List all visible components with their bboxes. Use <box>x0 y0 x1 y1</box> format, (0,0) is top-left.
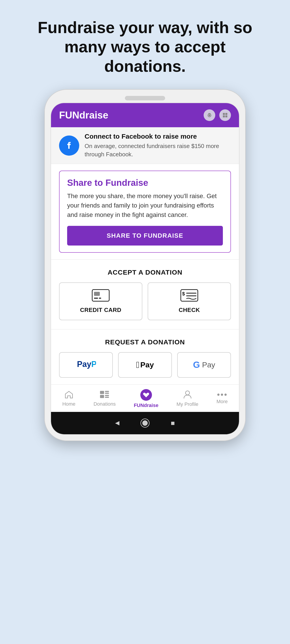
page-title: Fundraise your way, with so many ways to… <box>36 18 254 76</box>
svg-rect-18 <box>100 395 104 398</box>
donations-icon <box>100 390 109 399</box>
svg-rect-5 <box>223 116 225 118</box>
check-option[interactable]: $ CHECK <box>148 282 231 320</box>
paypal-option[interactable]: PayPal <box>59 352 113 378</box>
svg-text:PayPal: PayPal <box>77 360 96 369</box>
phone-screen: FUNdraise <box>51 103 239 435</box>
fb-title: Connect to Facebook to raise more <box>85 132 231 140</box>
phone-notch <box>125 96 165 100</box>
home-button[interactable] <box>140 418 150 428</box>
nav-fundraise[interactable]: $ FUNdraise <box>134 389 158 408</box>
grid-icon[interactable] <box>219 109 231 121</box>
fb-description: On average, connected fundraisers raise … <box>85 142 231 158</box>
camera-icon[interactable] <box>204 109 215 121</box>
svg-rect-1 <box>208 113 211 114</box>
google-pay-text: Pay <box>200 360 215 369</box>
svg-rect-22 <box>105 397 109 398</box>
accept-payment-grid: CREDIT CARD $ CHECK <box>59 282 231 320</box>
credit-card-icon <box>92 289 110 302</box>
check-label: CHECK <box>179 306 200 314</box>
bottom-navigation: Home Donations <box>51 384 239 412</box>
svg-point-25 <box>217 394 219 396</box>
nav-donations-label: Donations <box>94 401 116 407</box>
back-button[interactable] <box>112 418 122 428</box>
credit-card-option[interactable]: CREDIT CARD <box>59 282 142 320</box>
svg-point-2 <box>208 114 210 116</box>
svg-text:$: $ <box>182 291 185 296</box>
facebook-text: Connect to Facebook to raise more On ave… <box>85 132 231 158</box>
svg-point-24 <box>185 391 189 395</box>
accept-donation-section: ACCEPT A DONATION CREDIT CARD <box>51 262 239 327</box>
svg-rect-19 <box>105 391 109 392</box>
header-icons <box>204 109 231 121</box>
google-pay-option[interactable]: G Pay <box>177 352 231 378</box>
svg-rect-10 <box>99 298 101 299</box>
g-letter-icon: G <box>193 360 200 370</box>
facebook-banner[interactable]: Connect to Facebook to raise more On ave… <box>51 127 239 164</box>
apple-pay-text: Pay <box>140 360 154 369</box>
back-icon <box>114 419 121 427</box>
phone-device: FUNdraise <box>44 89 246 441</box>
request-donation-section: REQUEST A DONATION PayPal  <box>51 332 239 384</box>
credit-card-label: CREDIT CARD <box>80 306 122 314</box>
app-title: FUNdraise <box>59 110 108 121</box>
nav-more-label: More <box>216 399 227 404</box>
share-card: Share to Fundraise The more you share, t… <box>59 170 231 253</box>
home-icon <box>65 390 73 399</box>
svg-rect-4 <box>225 113 227 115</box>
svg-rect-8 <box>94 292 100 296</box>
svg-text:$: $ <box>145 393 147 396</box>
nav-donations[interactable]: Donations <box>94 390 116 407</box>
nav-more[interactable]: More <box>216 393 227 404</box>
paypal-logo: PayPal <box>76 359 96 371</box>
recents-button[interactable] <box>168 418 178 428</box>
svg-point-29 <box>142 420 148 426</box>
apple-pay-logo:  Pay <box>136 360 154 370</box>
page-header: Fundraise your way, with so many ways to… <box>0 0 290 89</box>
svg-rect-20 <box>105 393 109 394</box>
check-icon: $ <box>180 289 198 302</box>
facebook-icon <box>59 136 79 156</box>
nav-home[interactable]: Home <box>62 390 75 407</box>
google-pay-logo: G Pay <box>193 360 215 370</box>
share-card-title: Share to Fundraise <box>67 178 223 188</box>
apple-symbol:  <box>136 360 139 370</box>
divider-2 <box>51 329 239 330</box>
svg-rect-21 <box>105 395 109 396</box>
nav-home-label: Home <box>62 401 75 407</box>
fundraise-heart-icon: $ <box>140 389 152 401</box>
android-nav-bar <box>51 412 239 434</box>
svg-rect-9 <box>94 298 98 299</box>
profile-icon <box>183 390 192 400</box>
nav-fundraise-label: FUNdraise <box>134 402 158 408</box>
accept-donation-title: ACCEPT A DONATION <box>59 268 231 276</box>
svg-rect-17 <box>100 391 104 394</box>
app-header: FUNdraise <box>51 103 239 127</box>
share-to-fundraise-button[interactable]: SHARE TO FUNDRAISE <box>67 226 223 246</box>
request-donation-title: REQUEST A DONATION <box>59 338 231 346</box>
more-icon <box>217 393 227 397</box>
apple-pay-option[interactable]:  Pay <box>118 352 172 378</box>
share-card-description: The more you share, the more money you'l… <box>67 192 223 220</box>
svg-point-27 <box>224 394 227 396</box>
svg-rect-3 <box>223 113 225 115</box>
svg-point-26 <box>221 394 223 396</box>
nav-profile-label: My Profile <box>177 402 198 407</box>
request-payment-grid: PayPal  Pay G Pay <box>59 352 231 378</box>
nav-profile[interactable]: My Profile <box>177 390 198 407</box>
svg-rect-6 <box>225 116 227 118</box>
phone-top-bar <box>51 96 239 100</box>
recents-icon <box>171 419 175 427</box>
